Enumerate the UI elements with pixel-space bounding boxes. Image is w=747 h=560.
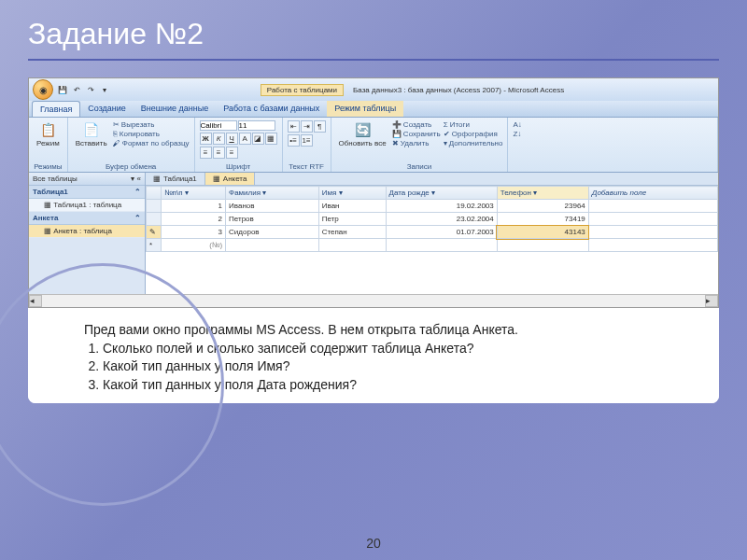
format-painter-button[interactable]: 🖌 Формат по образцу (113, 139, 190, 147)
page-number: 20 (366, 536, 381, 551)
fill-color-button[interactable]: ◪ (252, 133, 264, 145)
view-label: Режим (36, 139, 60, 147)
row-selector-header[interactable] (147, 187, 162, 200)
row-selector-new[interactable]: * (147, 239, 162, 252)
tab-home[interactable]: Главная (32, 101, 80, 117)
group-sort-find: A↓ Z↓ (508, 118, 718, 172)
ribbon-tabs: Главная Создание Внешние данные Работа с… (29, 101, 718, 118)
align-left-button[interactable]: ≡ (200, 147, 212, 159)
scroll-right-button[interactable]: ▸ (705, 295, 718, 307)
title-underline (28, 59, 719, 61)
bold-button[interactable]: Ж (200, 133, 212, 145)
doc-tab-anketa[interactable]: ▦ Анкета (205, 173, 256, 185)
totals-button[interactable]: Σ Итоги (444, 120, 503, 129)
col-name[interactable]: Имя ▾ (318, 187, 386, 200)
scroll-left-button[interactable]: ◂ (29, 295, 42, 307)
table-new-row[interactable]: * (№) (147, 239, 718, 252)
navigation-pane: Все таблицы▾ « Таблица1⌃ ▦ Таблица1 : та… (29, 173, 146, 294)
chevron-down-icon: ▾ « (131, 175, 141, 183)
collapse-icon: ⌃ (134, 188, 141, 196)
group-records: 🔄 Обновить все ➕ Создать 💾 Сохранить ✖ У… (331, 118, 509, 172)
align-center-button[interactable]: ≡ (213, 147, 225, 159)
qat-dropdown-icon[interactable]: ▾ (99, 84, 110, 95)
tab-external[interactable]: Внешние данные (134, 101, 216, 117)
table-header-row: №п\п ▾ Фамилия ▾ Имя ▾ Дата рожде ▾ Теле… (147, 187, 718, 200)
questions-block: Пред вами окно программы MS Access. В не… (28, 308, 719, 403)
nav-group-anketa[interactable]: Анкета⌃ (29, 212, 145, 225)
table-row[interactable]: ✎ 3 Сидоров Степан 01.07.2003 43143 (147, 226, 718, 239)
context-tab-label: Работа с таблицами (261, 84, 344, 96)
paste-icon: 📄 (83, 121, 100, 138)
list-numbers-button[interactable]: 1≡ (301, 134, 313, 147)
copy-button[interactable]: ⎘ Копировать (113, 130, 190, 138)
tab-create[interactable]: Создание (80, 101, 134, 117)
table-row[interactable]: 2 Петров Петр 23.02.2004 73419 (147, 213, 718, 226)
row-selector[interactable] (147, 200, 162, 213)
document-area: ▦ Таблица1 ▦ Анкета №п\п ▾ Фамилия ▾ Имя… (146, 173, 718, 294)
indent-increase-button[interactable]: ⇥ (301, 120, 313, 133)
office-button[interactable]: ◉ (33, 79, 53, 100)
col-surname[interactable]: Фамилия ▾ (226, 187, 319, 200)
nav-header[interactable]: Все таблицы▾ « (29, 173, 145, 186)
group-clipboard: 📄 Вставить ✂ Вырезать ⎘ Копировать 🖌 Фор… (68, 118, 195, 172)
col-add-field[interactable]: Добавить поле (588, 187, 717, 200)
doc-tab-table1[interactable]: ▦ Таблица1 (146, 173, 205, 185)
sort-asc-button[interactable]: A↓ (513, 120, 521, 129)
group-views: 📋 Режим Режимы (29, 118, 68, 172)
font-name-input[interactable] (200, 120, 237, 131)
col-num[interactable]: №п\п ▾ (162, 187, 226, 200)
row-selector-current[interactable]: ✎ (147, 226, 162, 239)
list-bullets-button[interactable]: •≡ (288, 134, 300, 147)
slide-title: Задание №2 (0, 0, 747, 59)
ltr-button[interactable]: ¶ (314, 120, 326, 133)
collapse-icon: ⌃ (134, 214, 141, 222)
nav-item-anketa[interactable]: ▦ Анкета : таблица (29, 225, 145, 238)
ribbon-body: 📋 Режим Режимы 📄 Вставить ✂ Вырезать ⎘ К… (29, 118, 718, 173)
view-button[interactable]: 📋 Режим (34, 120, 63, 148)
group-clipboard-label: Буфер обмена (73, 162, 190, 171)
group-font: Ж К Ч A ◪ ▦ ≡ ≡ ≡ Шрифт (195, 118, 283, 172)
title-bar: ◉ 💾 ↶ ↷ ▾ Работа с таблицами База данных… (29, 78, 718, 101)
group-font-label: Шрифт (200, 162, 277, 171)
paste-button[interactable]: 📄 Вставить (73, 120, 110, 148)
tab-table-mode[interactable]: Режим таблицы (327, 101, 403, 117)
indent-decrease-button[interactable]: ⇤ (288, 120, 300, 133)
save-icon[interactable]: 💾 (57, 84, 68, 95)
refresh-button[interactable]: 🔄 Обновить все (336, 120, 389, 148)
sort-desc-button[interactable]: Z↓ (513, 130, 521, 138)
group-rtf-label: Текст RTF (288, 162, 326, 171)
access-window: ◉ 💾 ↶ ↷ ▾ Работа с таблицами База данных… (28, 77, 719, 308)
underline-button[interactable]: Ч (226, 133, 238, 145)
more-button[interactable]: ▾ Дополнительно (444, 139, 503, 147)
gridlines-button[interactable]: ▦ (265, 133, 277, 145)
col-date[interactable]: Дата рожде ▾ (386, 187, 497, 200)
tab-dbtools[interactable]: Работа с базами данных (216, 101, 327, 117)
col-phone[interactable]: Телефон ▾ (497, 187, 588, 200)
nav-item-table1[interactable]: ▦ Таблица1 : таблица (29, 199, 145, 212)
align-right-button[interactable]: ≡ (226, 147, 238, 159)
delete-record-button[interactable]: ✖ Удалить (392, 139, 441, 147)
paste-label: Вставить (76, 139, 107, 147)
new-record-button[interactable]: ➕ Создать (392, 120, 441, 129)
question-2: Какой тип данных у поля Имя? (103, 357, 682, 376)
horizontal-scrollbar[interactable]: ◂ ▸ (29, 294, 718, 307)
row-selector[interactable] (147, 213, 162, 226)
question-intro: Пред вами окно программы MS Access. В не… (84, 321, 682, 340)
font-size-input[interactable] (238, 120, 275, 131)
undo-icon[interactable]: ↶ (71, 84, 82, 95)
italic-button[interactable]: К (213, 133, 225, 145)
view-icon: 📋 (39, 121, 56, 138)
nav-group-table1[interactable]: Таблица1⌃ (29, 186, 145, 199)
table-row[interactable]: 1 Иванов Иван 19.02.2003 23964 (147, 200, 718, 213)
save-record-button[interactable]: 💾 Сохранить (392, 130, 441, 138)
data-table: №п\п ▾ Фамилия ▾ Имя ▾ Дата рожде ▾ Теле… (146, 186, 718, 252)
group-records-label: Записи (336, 162, 503, 171)
quick-access-toolbar: 💾 ↶ ↷ ▾ (57, 84, 110, 95)
cut-button[interactable]: ✂ Вырезать (113, 120, 190, 129)
scroll-track[interactable] (42, 295, 705, 307)
redo-icon[interactable]: ↷ (85, 84, 96, 95)
spelling-button[interactable]: ✔ Орфография (444, 130, 503, 138)
font-color-button[interactable]: A (239, 133, 251, 145)
group-views-label: Режимы (34, 162, 63, 171)
refresh-icon: 🔄 (354, 121, 371, 138)
